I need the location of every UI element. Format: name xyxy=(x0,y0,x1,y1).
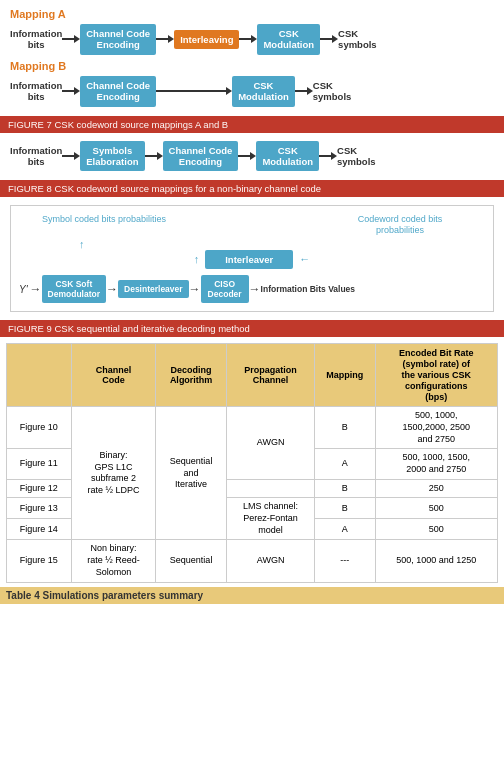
fig-12-label: Figure 12 xyxy=(7,479,72,498)
col-figure xyxy=(7,344,72,407)
fig-11-mapping: A xyxy=(315,449,375,479)
fig7-caption-text: CSK codeword source mappings A and B xyxy=(52,119,228,130)
fig7-caption-bold: FIGURE 7 xyxy=(8,119,52,130)
fig-12-rate: 250 xyxy=(375,479,497,498)
channel-code-a: Channel CodeEncoding xyxy=(80,24,156,55)
table-row: Figure 15 Non binary:rate ½ Reed-Solomon… xyxy=(7,540,498,582)
fig-15-mapping: --- xyxy=(315,540,375,582)
symbol-coded-label: Symbol coded bits probabilities xyxy=(39,214,169,225)
col-channel-code: ChannelCode xyxy=(71,344,156,407)
fig7-caption: FIGURE 7 CSK codeword source mappings A … xyxy=(0,116,504,133)
info-bits-b: Informationbits xyxy=(10,80,62,103)
fig-15-channel: Non binary:rate ½ Reed-Solomon xyxy=(71,540,156,582)
col-mapping: Mapping xyxy=(315,344,375,407)
fig-11-rate: 500, 1000, 1500,2000 and 2750 xyxy=(375,449,497,479)
channel-code-8: Channel CodeEncoding xyxy=(163,141,239,172)
csk-soft-demod: CSK SoftDemodulator xyxy=(42,275,106,303)
fig8-flow: Informationbits SymbolsElaboration Chann… xyxy=(10,141,494,172)
arrow-a2 xyxy=(156,34,174,44)
arrow-a3 xyxy=(239,34,257,44)
fig-14-label: Figure 14 xyxy=(7,519,72,540)
table4-caption-text: Simulations parameters summary xyxy=(40,590,203,601)
table4-caption-bold: Table 4 xyxy=(6,590,40,601)
csk-mod-8: CSKModulation xyxy=(256,141,319,172)
fig-10-rate: 500, 1000,1500,2000, 2500and 2750 xyxy=(375,407,497,449)
arrow-8-4 xyxy=(319,151,337,161)
table4: ChannelCode DecodingAlgorithm Propagatio… xyxy=(6,343,498,582)
arrow-a1 xyxy=(62,34,80,44)
fig-15-label: Figure 15 xyxy=(7,540,72,582)
csk-mod-a: CSKModulation xyxy=(257,24,320,55)
output-info-bits: Information Bits Values xyxy=(261,284,355,294)
col-decoding-alg: DecodingAlgorithm xyxy=(156,344,227,407)
fig-10-channel: Binary:GPS L1Csubframe 2rate ½ LDPC xyxy=(71,407,156,540)
col-propagation: PropagationChannel xyxy=(227,344,315,407)
fig-13-rate: 500 xyxy=(375,498,497,519)
table4-caption: Table 4 Simulations parameters summary xyxy=(0,587,504,604)
mapping-b-flow: Informationbits Channel CodeEncoding CSK… xyxy=(10,76,494,107)
arrow-b1 xyxy=(62,86,80,96)
csk-symbols-a: CSKsymbols xyxy=(338,28,377,50)
fig-13-mapping: B xyxy=(315,498,375,519)
symbols-elab: SymbolsElaboration xyxy=(80,141,144,172)
info-bits-a: Informationbits xyxy=(10,28,62,51)
fig-11-label: Figure 11 xyxy=(7,449,72,479)
csk-symbols-b: CSKsymbols xyxy=(313,80,352,102)
fig-14-mapping: A xyxy=(315,519,375,540)
fig9-caption-bold: FIGURE 9 xyxy=(8,323,52,334)
interleaving-a: Interleaving xyxy=(174,30,239,49)
ciso-decoder: CISODecoder xyxy=(201,275,249,303)
fig-12-mapping: B xyxy=(315,479,375,498)
fig9-caption: FIGURE 9 CSK sequential and iterative de… xyxy=(0,320,504,337)
fig8-caption: FIGURE 8 CSK codeword source mappings fo… xyxy=(0,180,504,197)
csk-symbols-8: CSKsymbols xyxy=(337,145,376,167)
fig8-caption-bold: FIGURE 8 xyxy=(8,183,52,194)
csk-mod-b: CSKModulation xyxy=(232,76,295,107)
fig9-diagram: Symbol coded bits probabilities Codeword… xyxy=(10,205,494,312)
fig-15-prop: AWGN xyxy=(227,540,315,582)
table4-section: ChannelCode DecodingAlgorithm Propagatio… xyxy=(0,337,504,586)
mapping-a-flow: Informationbits Channel CodeEncoding Int… xyxy=(10,24,494,55)
fig8-caption-text: CSK codeword source mappings for a non-b… xyxy=(52,183,321,194)
arrow-b2 xyxy=(214,86,232,96)
fig-12-prop xyxy=(227,479,315,498)
arrow-8-1 xyxy=(62,151,80,161)
arrow-a4 xyxy=(320,34,338,44)
info-bits-8: Informationbits xyxy=(10,145,62,168)
fig-13-label: Figure 13 xyxy=(7,498,72,519)
figure7-section: Mapping A Informationbits Channel CodeEn… xyxy=(0,0,504,116)
fig-10-label: Figure 10 xyxy=(7,407,72,449)
figure9-section: Symbol coded bits probabilities Codeword… xyxy=(0,197,504,320)
arrow-b3 xyxy=(295,86,313,96)
fig-15-alg: Sequential xyxy=(156,540,227,582)
fig9-caption-text: CSK sequential and iterative decoding me… xyxy=(52,323,250,334)
mapping-b-label: Mapping B xyxy=(10,60,494,72)
arrow-8-2 xyxy=(145,151,163,161)
fig-10-alg: SequentialandIterative xyxy=(156,407,227,540)
col-bit-rate: Encoded Bit Rate(symbol rate) ofthe vari… xyxy=(375,344,497,407)
fig-10-prop: AWGN xyxy=(227,407,315,479)
figure8-section: Informationbits SymbolsElaboration Chann… xyxy=(0,133,504,181)
channel-code-b: Channel CodeEncoding xyxy=(80,76,156,107)
arrow-8-3 xyxy=(238,151,256,161)
fig-10-mapping: B xyxy=(315,407,375,449)
desinterleaver: Desinterleaver xyxy=(118,280,189,298)
interleaver-box: Interleaver xyxy=(205,250,293,269)
table-row: Figure 10 Binary:GPS L1Csubframe 2rate ½… xyxy=(7,407,498,449)
fig-15-rate: 500, 1000 and 1250 xyxy=(375,540,497,582)
mapping-a-label: Mapping A xyxy=(10,8,494,20)
fig-14-rate: 500 xyxy=(375,519,497,540)
codeword-coded-label: Codeword coded bits probabilities xyxy=(335,214,465,236)
input-y: Y' xyxy=(19,284,28,295)
fig-13-prop: LMS channel:Perez-Fontanmodel xyxy=(227,498,315,540)
